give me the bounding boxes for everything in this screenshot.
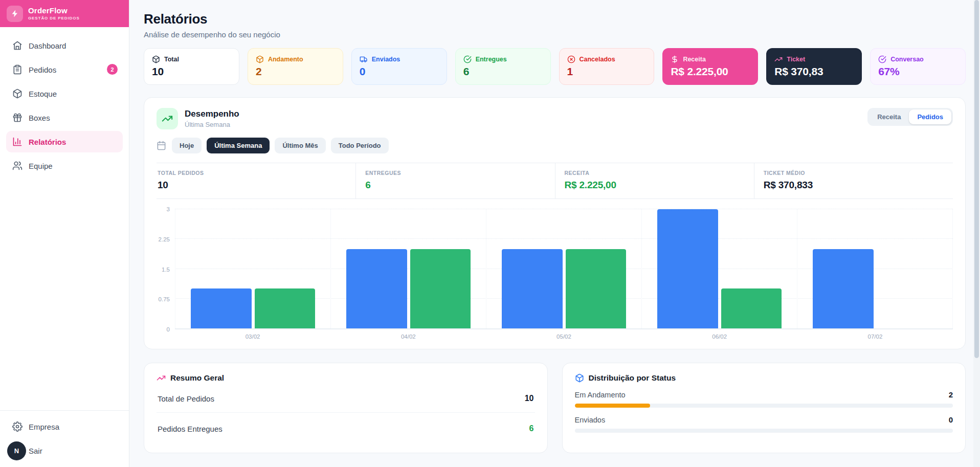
row-label: Pedidos Entregues (158, 425, 222, 433)
bar-group-03/02 (175, 209, 330, 328)
toggle-receita[interactable]: Receita (869, 109, 909, 124)
x-axis-label: 04/02 (330, 333, 486, 340)
y-axis-label: 1.5 (162, 266, 170, 273)
sidebar: OrderFlow GESTÃO DE PEDIDOS Dashboard Pe… (0, 0, 129, 467)
row-label: Total de Pedidos (158, 394, 214, 403)
sidebar-item-estoque[interactable]: Estoque (6, 83, 123, 104)
users-icon (12, 161, 23, 171)
stat-card-conversao: Conversao 67% (870, 48, 966, 85)
gear-icon (12, 421, 23, 432)
package-icon (12, 88, 23, 99)
kpi-total-pedidos: TOTAL PEDIDOS 10 (157, 163, 355, 198)
package-icon (575, 373, 584, 383)
app-window: OrderFlow GESTÃO DE PEDIDOS Dashboard Pe… (0, 0, 980, 467)
calendar-icon (157, 141, 166, 150)
kpi-receita: RECEITA R$ 2.225,00 (555, 163, 754, 198)
y-axis-label: 0 (167, 326, 170, 332)
summary-row-entregues: Pedidos Entregues 6 (157, 415, 535, 442)
progress-track (575, 404, 953, 408)
kpi-strip: TOTAL PEDIDOS 10 ENTREGUES 6 RECEITA R$ … (157, 163, 953, 199)
bottom-cards-row: Resumo Geral Total de Pedidos 10 Pedidos… (144, 363, 966, 453)
y-axis-label: 0.75 (159, 296, 170, 302)
vertical-scrollbar[interactable] (973, 0, 980, 467)
kpi-value: 10 (158, 180, 346, 191)
bar-pedidos-05/02 (502, 249, 562, 328)
bar-pedidos-06/02 (657, 209, 718, 328)
gift-icon (12, 113, 23, 123)
stat-card-ticket: Ticket R$ 370,83 (766, 48, 862, 85)
trending-up-icon (157, 373, 166, 383)
home-icon (12, 40, 23, 51)
distribuicao-status-card: Distribuição por Status Em Andamento 2 E… (562, 363, 966, 453)
user-avatar[interactable]: N (7, 441, 26, 460)
stat-card-label: Andamento (268, 56, 303, 63)
stat-card-value: 2 (256, 65, 335, 78)
sidebar-item-dashboard[interactable]: Dashboard (6, 35, 123, 56)
x-axis: 03/0204/0205/0206/0207/02 (175, 333, 953, 340)
trending-up-icon (774, 55, 783, 63)
stat-cards-row: Total 10 Andamento 2 Enviados 0 Entregue… (144, 48, 966, 85)
sidebar-item-label: Relatórios (29, 138, 66, 146)
stat-card-value: 0 (360, 65, 439, 78)
stat-card-value: 67% (878, 65, 957, 78)
stat-card-value: 10 (152, 65, 231, 78)
x-axis-label: 06/02 (642, 333, 797, 340)
brand-tagline: GESTÃO DE PEDIDOS (28, 16, 80, 20)
pedidos-count-badge: 2 (107, 64, 118, 75)
brand-name: OrderFlow (28, 7, 80, 15)
filter-hoje[interactable]: Hoje (172, 138, 202, 153)
stat-card-label: Enviados (372, 56, 400, 63)
filter-todo-periodo[interactable]: Todo Período (331, 138, 389, 153)
stat-card-label: Total (164, 56, 179, 63)
plot-area (175, 209, 953, 329)
package-icon (256, 55, 264, 63)
stat-card-label: Ticket (787, 56, 805, 63)
main-content: Relatórios Análise de desempenho do seu … (129, 0, 980, 467)
sidebar-item-relatorios[interactable]: Relatórios (6, 131, 123, 152)
bar-entregues-05/02 (566, 249, 626, 328)
bar-chart-icon (12, 137, 23, 147)
scrollbar-thumb[interactable] (974, 0, 979, 358)
stat-card-value: 6 (463, 65, 543, 78)
toggle-pedidos[interactable]: Pedidos (909, 109, 951, 124)
stat-card-label: Receita (683, 56, 705, 63)
panel-subtitle: Última Semana (185, 121, 239, 128)
filter-ultimo-mes[interactable]: Último Mês (275, 138, 325, 153)
package-icon (152, 55, 160, 63)
kpi-ticket-medio: TICKET MÉDIO R$ 370,833 (754, 163, 953, 198)
kpi-entregues: ENTREGUES 6 (355, 163, 554, 198)
kpi-value: R$ 2.225,00 (565, 180, 745, 191)
trending-up-icon (157, 108, 178, 129)
bar-group-07/02 (797, 209, 952, 328)
bar-group-04/02 (330, 209, 486, 328)
bar-pedidos-03/02 (191, 288, 251, 328)
stat-card-value: R$ 2.225,00 (671, 65, 750, 78)
status-row-andamento: Em Andamento 2 (575, 390, 953, 408)
stat-card-receita: Receita R$ 2.225,00 (662, 48, 758, 85)
sidebar-item-label: Estoque (29, 90, 57, 98)
filter-ultima-semana[interactable]: Última Semana (207, 138, 270, 153)
card-title: Resumo Geral (170, 373, 224, 383)
sidebar-item-equipe[interactable]: Equipe (6, 155, 123, 176)
brand-header: OrderFlow GESTÃO DE PEDIDOS (0, 0, 129, 27)
stat-card-andamento: Andamento 2 (248, 48, 343, 85)
stat-card-entregues: Entregues 6 (455, 48, 551, 85)
x-axis-label: 07/02 (797, 333, 953, 340)
truck-icon (360, 55, 368, 63)
stat-card-cancelados: Cancelados 1 (559, 48, 655, 85)
progress-track (575, 429, 953, 433)
page-subtitle: Análise de desempenho do seu negócio (144, 30, 966, 39)
row-value: 6 (529, 424, 534, 433)
bar-entregues-03/02 (255, 288, 315, 328)
y-axis-label: 3 (167, 206, 170, 212)
sidebar-item-empresa[interactable]: Empresa (6, 416, 123, 437)
sidebar-item-boxes[interactable]: Boxes (6, 107, 123, 128)
page-title: Relatórios (144, 11, 966, 27)
lightning-bolt-icon (7, 6, 23, 22)
kpi-value: 6 (365, 180, 545, 191)
dollar-icon (671, 55, 679, 63)
sidebar-item-pedidos[interactable]: Pedidos 2 (6, 59, 123, 80)
stat-card-value: 1 (567, 65, 647, 78)
row-value: 2 (949, 390, 953, 399)
row-label: Em Andamento (575, 391, 626, 399)
